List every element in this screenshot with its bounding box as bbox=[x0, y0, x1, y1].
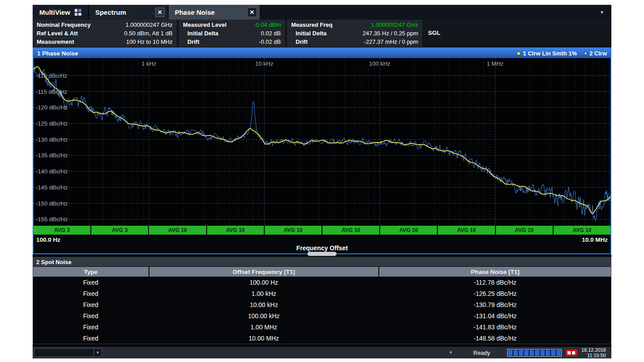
spot-noise-cell: Fixed bbox=[33, 299, 148, 310]
trace-dot-icon bbox=[584, 52, 587, 55]
x-axis-title-label: Frequency Offset bbox=[296, 244, 347, 252]
x-axis-start-label: 100.0 Hz bbox=[36, 236, 60, 243]
spot-noise-row[interactable]: Fixed100.00 Hz-112.78 dBc/Hz bbox=[33, 277, 611, 288]
spot-noise-row[interactable]: Fixed1.00 kHz-126.25 dBc/Hz bbox=[33, 288, 611, 299]
info-label: Initial Delta bbox=[183, 30, 218, 37]
x-axis-endpoints: 100.0 Hz 10.0 MHz bbox=[34, 235, 610, 244]
spot-noise-row[interactable]: Fixed10.00 kHz-130.79 dBc/Hz bbox=[33, 299, 611, 310]
avg-segment: AVG 10 bbox=[380, 226, 437, 235]
info-row: Nominal Frequency1.000000247 GHz bbox=[37, 21, 173, 29]
window-title: 1 Phase Noise bbox=[37, 50, 78, 57]
sweep-mode-label: SGL bbox=[428, 29, 441, 36]
spot-noise-row[interactable]: Fixed1.00 MHz-141.83 dBc/Hz bbox=[33, 321, 611, 333]
info-row: Ref Level & Att0.50 dBm, Att 1 dB bbox=[37, 29, 173, 38]
status-date: 18.12.2018 bbox=[581, 347, 606, 353]
spot-noise-window-titlebar[interactable]: 2 Spot Noise bbox=[33, 257, 611, 266]
spot-noise-row[interactable]: Fixed10.00 MHz-148.58 dBc/Hz bbox=[33, 333, 611, 344]
info-value: 0.50 dBm, Att 1 dB bbox=[124, 30, 173, 37]
trace-1-smoothed bbox=[34, 67, 610, 214]
avg-segment: AVG 10 bbox=[207, 226, 264, 235]
status-dropdown[interactable]: ▼ bbox=[34, 348, 102, 357]
avg-segment: AVG 3 bbox=[34, 226, 90, 235]
info-label: Drift bbox=[183, 38, 199, 45]
info-value: -0.04 dBm bbox=[254, 21, 281, 28]
info-row: Measurement100 Hz to 10 MHz bbox=[37, 38, 173, 46]
info-label: Drift bbox=[291, 38, 308, 45]
trace-label: 1 Clrw Lin Smth 1% bbox=[523, 50, 577, 57]
phase-noise-window-titlebar[interactable]: 1 Phase Noise 1 Clrw Lin Smth 1%2 Clrw bbox=[34, 48, 610, 58]
info-value: 100 Hz to 10 MHz bbox=[126, 38, 173, 45]
message-expand-arrow-icon[interactable]: ▼ bbox=[449, 350, 453, 355]
spot-noise-cell: -112.78 dBc/Hz bbox=[379, 277, 611, 288]
avg-segment: AVG 10 bbox=[265, 226, 322, 235]
window-splitter-handle[interactable] bbox=[307, 252, 337, 256]
info-label: Ref Level & Att bbox=[37, 30, 78, 37]
chevron-down-icon[interactable]: ▼ bbox=[93, 349, 102, 357]
avg-segment: AVG 10 bbox=[322, 226, 379, 235]
spot-noise-cell: -126.25 dBc/Hz bbox=[379, 288, 611, 299]
window-title: 2 Spot Noise bbox=[36, 259, 72, 265]
rohde-schwarz-logo-icon bbox=[566, 349, 577, 356]
x-axis-decade-label: 1 kHz bbox=[141, 60, 156, 67]
phase-noise-window: 1 Phase Noise 1 Clrw Lin Smth 1%2 Clrw 1… bbox=[33, 47, 611, 254]
progress-segment bbox=[535, 350, 539, 356]
y-axis-label: -110 dBc/Hz bbox=[36, 72, 68, 79]
spot-noise-column-header: Type bbox=[33, 267, 148, 277]
info-label: Nominal Frequency bbox=[37, 21, 91, 28]
info-columns: Nominal Frequency1.000000247 GHzRef Leve… bbox=[33, 20, 611, 47]
progress-bar bbox=[507, 349, 562, 357]
spot-noise-cell: 1.00 kHz bbox=[149, 288, 379, 299]
spot-noise-cell: -131.04 dBc/Hz bbox=[379, 310, 611, 321]
trace-legend-item[interactable]: 1 Clrw Lin Smth 1% bbox=[517, 50, 577, 57]
y-axis-label: -140 dBc/Hz bbox=[36, 168, 68, 175]
x-axis-decade-label: 1 MHz bbox=[487, 60, 504, 67]
spot-noise-column-header: Phase Noise [T1] bbox=[379, 267, 611, 277]
multiview-label: MultiView bbox=[39, 8, 70, 16]
spot-noise-cell: 10.00 MHz bbox=[149, 333, 379, 344]
spot-noise-cell: 10.00 kHz bbox=[149, 299, 379, 310]
progress-segment bbox=[551, 350, 555, 356]
info-value: 1.000000247 GHz bbox=[125, 21, 173, 28]
progress-segment bbox=[513, 350, 518, 356]
avg-segment: AVG 10 bbox=[496, 226, 553, 235]
channel-tab-bar: MultiView Spectrum ✕ Phase Noise ✕ ▼ bbox=[33, 5, 611, 20]
info-row: Drift-227.37 mHz / 0 ppm bbox=[291, 38, 418, 46]
info-column-2: Measured Level-0.04 dBmInitial Delta0.02… bbox=[179, 20, 285, 47]
info-label: Measurement bbox=[37, 38, 74, 45]
y-axis-label: -155 dBc/Hz bbox=[36, 216, 68, 223]
progress-segment bbox=[556, 350, 561, 356]
info-value: 0.02 dB bbox=[261, 30, 281, 37]
avg-segment-bar: AVG 3AVG 3AVG 10AVG 10AVG 10AVG 10AVG 10… bbox=[34, 226, 610, 235]
x-axis-decade-label: 100 kHz bbox=[369, 60, 390, 67]
info-value: -227.37 mHz / 0 ppm bbox=[364, 38, 418, 45]
tab-phase-noise[interactable]: Phase Noise ✕ bbox=[169, 5, 261, 20]
progress-segment bbox=[524, 350, 529, 356]
y-axis-label: -120 dBc/Hz bbox=[36, 104, 68, 111]
info-value: 1.000000247 GHz bbox=[371, 21, 418, 28]
tab-label: Spectrum bbox=[95, 8, 126, 16]
spot-noise-cell: -130.79 dBc/Hz bbox=[379, 299, 611, 310]
y-axis-label: -115 dBc/Hz bbox=[36, 88, 68, 95]
tab-spectrum[interactable]: Spectrum ✕ bbox=[89, 5, 169, 20]
spot-noise-cell: Fixed bbox=[33, 321, 148, 333]
progress-segment bbox=[508, 350, 513, 356]
close-tab-icon[interactable]: ✕ bbox=[155, 8, 165, 17]
y-axis-label: -125 dBc/Hz bbox=[36, 120, 68, 127]
info-column-3: Measured Freq1.000000247 GHzInitial Delt… bbox=[287, 20, 422, 47]
tab-overflow-arrow-icon[interactable]: ▼ bbox=[600, 10, 604, 15]
spot-noise-window: 2 Spot Noise TypeOffset Frequency [T1]Ph… bbox=[33, 257, 611, 344]
progress-segment bbox=[519, 350, 523, 356]
trace-legend-item[interactable]: 2 Clrw bbox=[584, 50, 607, 57]
info-label: Initial Delta bbox=[291, 30, 326, 37]
info-label: Measured Freq bbox=[291, 21, 332, 28]
multiview-button[interactable]: MultiView bbox=[33, 5, 89, 20]
spot-noise-cell: 100.00 Hz bbox=[149, 277, 379, 288]
info-row: Measured Freq1.000000247 GHz bbox=[291, 21, 418, 29]
close-tab-icon[interactable]: ✕ bbox=[247, 8, 257, 17]
phase-noise-chart[interactable]: 1 kHz10 kHz100 kHz1 MHz-110 dBc/Hz-115 d… bbox=[34, 58, 610, 226]
spot-noise-row[interactable]: Fixed100.00 kHz-131.04 dBc/Hz bbox=[33, 310, 611, 321]
info-row: Initial Delta247.35 Hz / 0.25 ppm bbox=[291, 29, 418, 38]
phase-noise-plot[interactable]: 1 kHz10 kHz100 kHz1 MHz-110 dBc/Hz-115 d… bbox=[34, 58, 610, 226]
info-row: Measured Level-0.04 dBm bbox=[183, 21, 281, 29]
info-label: Measured Level bbox=[183, 21, 227, 28]
